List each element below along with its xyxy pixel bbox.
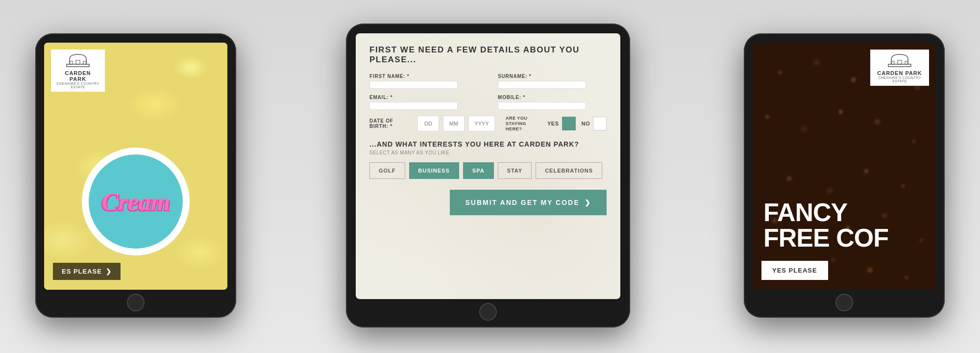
mobile-label: MOBILE: *	[498, 95, 607, 100]
submit-chevron: ❯	[585, 199, 591, 206]
form-screen: FIRST WE NEED A FEW DETAILS ABOUT YOU PL…	[356, 33, 620, 299]
form-title: FIRST WE NEED A FEW DETAILS ABOUT YOU PL…	[369, 45, 607, 65]
interest-spa-button[interactable]: SPA	[463, 162, 494, 179]
staying-text-line1: ARE YOU	[506, 116, 539, 121]
submit-label: SUBMIT AND GET MY CODE	[465, 199, 579, 206]
right-cta-label: YES PLEASE	[772, 267, 817, 274]
logo-arch-icon	[66, 52, 90, 70]
left-cta-chevron: ❯	[106, 268, 112, 275]
no-label: NO	[582, 121, 590, 126]
staying-text-line2: STAYING HERE?	[506, 121, 539, 132]
surname-input[interactable]	[498, 81, 586, 89]
scene: CARDEN PARK CHESHIRE'S COUNTRY ESTATE Cr…	[0, 0, 980, 353]
interest-buttons-group: GOLF BUSINESS SPA STAY CELEBRATIONS	[369, 162, 607, 179]
svg-rect-0	[67, 64, 89, 67]
left-cta-label: ES PLEASE	[62, 268, 102, 275]
cream-circle: Cream	[82, 148, 190, 255]
right-screen: CARDEN PARK CHESHIRE'S COUNTRY ESTATE FA…	[753, 43, 936, 290]
left-screen: CARDEN PARK CHESHIRE'S COUNTRY ESTATE Cr…	[44, 43, 227, 290]
right-logo-sub: CHESHIRE'S COUNTRY ESTATE	[875, 76, 924, 83]
yes-no-toggle: YES NO	[547, 117, 607, 130]
first-name-col: FIRST NAME: *	[369, 74, 478, 89]
contact-row: EMAIL: * MOBILE: *	[369, 95, 607, 110]
logo-right: CARDEN PARK CHESHIRE'S COUNTRY ESTATE	[870, 50, 929, 86]
left-home-button[interactable]	[127, 294, 145, 311]
center-tablet: FIRST WE NEED A FEW DETAILS ABOUT YOU PL…	[346, 24, 630, 328]
dob-staying-row: DATE OF BIRTH: * ARE YOU STAYING HERE? Y…	[369, 116, 607, 131]
interest-golf-button[interactable]: GOLF	[369, 162, 405, 179]
email-label: EMAIL: *	[369, 95, 478, 100]
interests-sub: SELECT AS MANY AS YOU LIKE	[369, 150, 607, 155]
right-tablet: CARDEN PARK CHESHIRE'S COUNTRY ESTATE FA…	[744, 33, 945, 318]
right-home-button[interactable]	[835, 294, 853, 311]
cream-text: Cream	[101, 187, 170, 216]
right-logo-name: CARDEN PARK	[877, 70, 922, 76]
center-screen: FIRST WE NEED A FEW DETAILS ABOUT YOU PL…	[356, 33, 620, 299]
surname-col: SURNAME: *	[498, 74, 607, 89]
mobile-input[interactable]	[498, 102, 586, 110]
no-checkbox[interactable]	[593, 117, 607, 130]
email-col: EMAIL: *	[369, 95, 478, 110]
center-home-button[interactable]	[479, 303, 497, 321]
svg-rect-5	[891, 61, 894, 64]
dob-yyyy-input[interactable]	[468, 116, 495, 131]
email-input[interactable]	[369, 102, 458, 110]
svg-rect-4	[888, 64, 911, 67]
left-logo-sub: CHESHIRE'S COUNTRY ESTATE	[56, 82, 100, 89]
mobile-col: MOBILE: *	[498, 95, 607, 110]
yes-checkbox[interactable]	[562, 117, 576, 130]
right-arch-icon	[887, 52, 912, 70]
interest-celebrations-button[interactable]: CELEBRATIONS	[536, 162, 602, 179]
right-cta-button[interactable]: YES PLEASE	[761, 261, 828, 280]
left-cta-button[interactable]: ES PLEASE ❯	[53, 263, 121, 280]
dob-mm-input[interactable]	[443, 116, 465, 131]
first-name-label: FIRST NAME: *	[369, 74, 478, 79]
logo-left: CARDEN PARK CHESHIRE'S COUNTRY ESTATE	[51, 50, 105, 92]
left-screen-content: CARDEN PARK CHESHIRE'S COUNTRY ESTATE Cr…	[44, 43, 227, 290]
first-name-input[interactable]	[369, 81, 458, 89]
interests-title: ...AND WHAT INTERESTS YOU HERE AT CARDEN…	[369, 140, 607, 148]
svg-rect-3	[76, 60, 80, 64]
svg-rect-1	[70, 61, 73, 64]
dob-label: DATE OF BIRTH: *	[369, 118, 414, 129]
submit-button[interactable]: SUBMIT AND GET MY CODE ❯	[450, 190, 607, 215]
surname-label: SURNAME: *	[498, 74, 607, 79]
left-logo-name: CARDEN PARK	[56, 70, 100, 82]
coffee-screen: CARDEN PARK CHESHIRE'S COUNTRY ESTATE FA…	[753, 43, 936, 290]
fancy-line2: FREE COF	[763, 225, 888, 251]
interest-stay-button[interactable]: STAY	[498, 162, 532, 179]
svg-rect-7	[898, 60, 902, 64]
yes-label: YES	[547, 121, 559, 126]
staying-label: ARE YOU STAYING HERE?	[506, 116, 539, 131]
svg-rect-6	[905, 61, 908, 64]
fancy-line1: FANCY	[763, 200, 888, 225]
interest-business-button[interactable]: BUSINESS	[409, 162, 459, 179]
dob-dd-input[interactable]	[417, 116, 439, 131]
svg-rect-2	[83, 61, 86, 64]
left-tablet: CARDEN PARK CHESHIRE'S COUNTRY ESTATE Cr…	[35, 33, 236, 318]
name-row: FIRST NAME: * SURNAME: *	[369, 74, 607, 89]
fancy-text: FANCY FREE COF	[763, 200, 888, 251]
